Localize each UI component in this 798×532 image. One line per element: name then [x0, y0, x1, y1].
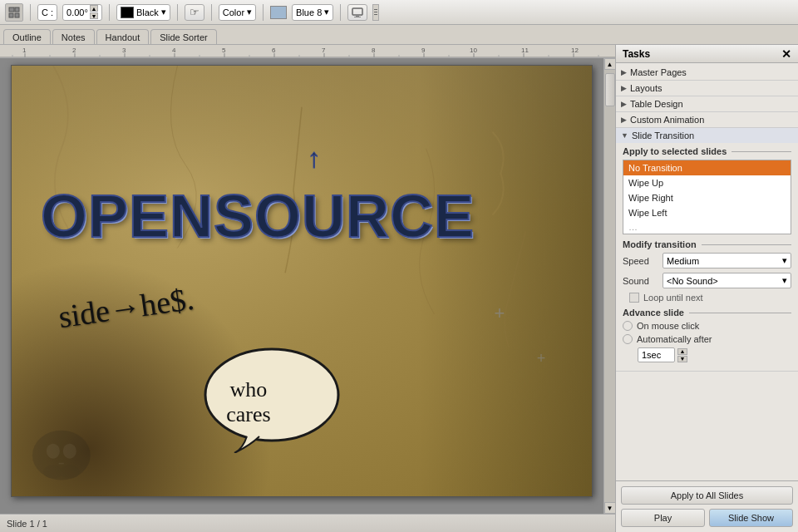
slide-container[interactable]: OPENSOURCE ↑ side→he$. whocares + +: [0, 58, 603, 514]
tab-outline[interactable]: Outline: [3, 29, 51, 44]
color-swatch: [121, 7, 134, 18]
section-custom-animation: ▶ Custom Animation: [616, 112, 798, 128]
auto-after-label: Automatically after: [637, 334, 712, 344]
svg-text:7: 7: [322, 47, 326, 54]
ruler: 1 2 3 4 5 6 7 8 9: [0, 45, 615, 58]
scroll-track[interactable]: [604, 70, 615, 502]
graffiti-main-text: OPENSOURCE: [41, 186, 475, 246]
svg-text:4: 4: [172, 47, 176, 54]
loop-row: Loop until next: [629, 293, 791, 303]
speed-value: Medium: [667, 256, 699, 266]
mode-dropdown[interactable]: Color ▾: [219, 4, 256, 21]
cross-mark-1: +: [494, 303, 505, 324]
scroll-up[interactable]: ▲: [604, 58, 616, 70]
apply-all-btn[interactable]: Apply to All Slides: [621, 486, 793, 505]
pointer-icon: ☞: [190, 6, 200, 18]
transition-wipe-left[interactable]: Wipe Left: [623, 205, 791, 220]
svg-text:8: 8: [372, 47, 376, 54]
screen-icon: [352, 7, 363, 18]
time-field[interactable]: 1sec: [638, 347, 675, 362]
transition-list: No Transition Wipe Up Wipe Right Wipe Le…: [623, 160, 791, 234]
transition-wipe-right[interactable]: Wipe Right: [623, 190, 791, 205]
time-spinner-up[interactable]: ▲: [677, 348, 687, 355]
tasks-title: Tasks: [623, 48, 650, 60]
rotation-input[interactable]: 0.00° ▲ ▼: [62, 4, 102, 21]
sound-row: Sound <No Sound> ▾: [623, 273, 791, 288]
auto-after-row: Automatically after: [623, 334, 791, 344]
section-slide-transition: ▼ Slide Transition Apply to selected sli…: [616, 128, 798, 372]
sound-value: <No Sound>: [667, 276, 718, 286]
mouse-click-label: On mouse click: [637, 321, 699, 331]
toolbar-separator-6: [340, 4, 341, 21]
tasks-panel: Tasks ✕ ▶ Master Pages ▶ Layouts: [615, 45, 798, 532]
section-master-pages: ▶ Master Pages: [616, 65, 798, 81]
svg-text:1: 1: [22, 47, 27, 54]
section-layouts-header[interactable]: ▶ Layouts: [616, 81, 798, 96]
tab-handout[interactable]: Handout: [96, 29, 150, 44]
transition-no-transition[interactable]: No Transition: [623, 160, 791, 175]
svg-text:9: 9: [421, 47, 426, 54]
toolbar-icon-main[interactable]: [5, 3, 23, 22]
scroll-down[interactable]: ▼: [604, 502, 616, 514]
section-slide-transition-arrow: ▼: [621, 131, 628, 140]
svg-text:6: 6: [272, 47, 276, 54]
mouse-click-row: On mouse click: [623, 321, 791, 331]
advance-label: Advance slide: [623, 308, 791, 318]
section-slide-transition-label: Slide Transition: [632, 131, 694, 140]
svg-rect-6: [354, 17, 361, 17]
transition-wipe-up[interactable]: Wipe Up: [623, 175, 791, 190]
panel-toggle[interactable]: [372, 4, 379, 21]
canvas-area: 1 2 3 4 5 6 7 8 9: [0, 45, 615, 532]
sound-dropdown[interactable]: <No Sound> ▾: [663, 273, 791, 288]
section-layouts-label: Layouts: [630, 83, 663, 93]
loop-label: Loop until next: [643, 293, 703, 303]
section-table-design-label: Table Design: [630, 99, 683, 109]
svg-text:2: 2: [72, 47, 76, 54]
rotation-down[interactable]: ▼: [90, 12, 98, 19]
time-spinners: ▲ ▼: [677, 348, 687, 362]
play-row: Play Slide Show: [621, 509, 793, 527]
slide[interactable]: OPENSOURCE ↑ side→he$. whocares + +: [11, 65, 593, 497]
section-table-design: ▶ Table Design: [616, 96, 798, 112]
color-label: Black: [136, 7, 159, 17]
svg-point-48: [60, 466, 80, 479]
modify-label: Modify transition: [623, 239, 791, 249]
color-preview-box: [270, 6, 287, 19]
speech-bubble-text: whocares: [226, 377, 270, 427]
time-spinner-down[interactable]: ▼: [677, 356, 687, 362]
toolbar-separator-1: [30, 4, 31, 21]
mouse-click-radio[interactable]: [623, 321, 633, 331]
play-btn[interactable]: Play: [621, 509, 705, 527]
graffiti-background: OPENSOURCE ↑ side→he$. whocares + +: [12, 66, 592, 496]
scroll-thumb[interactable]: [605, 73, 615, 106]
pointer-icon-btn[interactable]: ☞: [185, 4, 204, 21]
rotation-up[interactable]: ▲: [90, 5, 98, 12]
color-dropdown[interactable]: Black ▾: [116, 4, 170, 21]
section-custom-animation-header[interactable]: ▶ Custom Animation: [616, 112, 798, 127]
auto-after-radio[interactable]: [623, 334, 633, 344]
tasks-close[interactable]: ✕: [781, 47, 791, 61]
tab-notes[interactable]: Notes: [52, 29, 95, 44]
section-master-pages-header[interactable]: ▶ Master Pages: [616, 65, 798, 80]
cross-mark-2: +: [537, 350, 546, 367]
extra-icon-btn[interactable]: [347, 4, 367, 21]
section-table-design-arrow: ▶: [621, 100, 627, 108]
section-slide-transition-header[interactable]: ▼ Slide Transition: [616, 128, 798, 143]
style-label: Blue 8: [296, 7, 322, 17]
graffiti-arrow: ↑: [308, 143, 321, 174]
speed-dropdown[interactable]: Medium ▾: [663, 253, 791, 268]
toolbar: C : 0.00° ▲ ▼ Black ▾ ☞ Color ▾ Blue 8 ▾: [0, 0, 798, 25]
sound-arrow: ▾: [782, 275, 787, 286]
slide-scrollbar: ▲ ▼: [603, 58, 615, 514]
section-master-pages-arrow: ▶: [621, 68, 627, 76]
section-table-design-header[interactable]: ▶ Table Design: [616, 96, 798, 111]
tab-slide-sorter[interactable]: Slide Sorter: [150, 29, 216, 44]
style-dropdown[interactable]: Blue 8 ▾: [292, 4, 333, 21]
time-value: 1sec: [642, 350, 661, 360]
slideshow-btn[interactable]: Slide Show: [709, 509, 793, 527]
speed-arrow: ▾: [782, 255, 787, 266]
style-arrow: ▾: [324, 7, 329, 17]
toolbar-rotate-dropdown[interactable]: C :: [37, 4, 57, 21]
loop-checkbox[interactable]: [629, 293, 639, 303]
section-custom-animation-label: Custom Animation: [630, 115, 704, 125]
